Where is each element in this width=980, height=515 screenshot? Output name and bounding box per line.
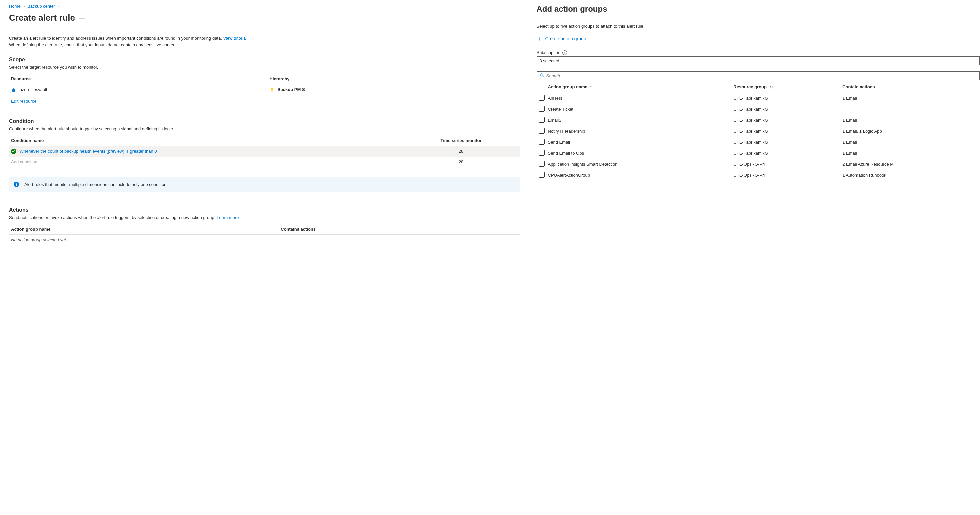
actions-sub: Send notifications or invoke actions whe… <box>9 215 520 220</box>
actions-empty-row: No action group selected yet <box>9 235 520 245</box>
actions-table: Action group name Contains actions No ac… <box>9 224 520 245</box>
actions-sub-text: Send notifications or invoke actions whe… <box>9 215 215 220</box>
sort-icon: ↑↓ <box>590 85 594 89</box>
ag-actions: 1 Automation Runbook <box>841 170 980 181</box>
checkbox[interactable] <box>539 117 545 123</box>
page-title-text: Create alert rule <box>9 13 75 23</box>
ag-col-name-text: Action group name <box>548 84 587 89</box>
main-pane: Home › Backup center › Create alert rule… <box>0 0 529 515</box>
intro-line1: Create an alert rule to identify and add… <box>9 36 222 41</box>
ag-name: Application Insights Smart Detection <box>547 159 732 170</box>
scope-table: Resource Hierarchy azurefilesvault <box>9 74 520 106</box>
action-group-row[interactable]: Create TicketCH1-FabrikamRG <box>537 104 980 114</box>
condition-col-ts: Time series monitor <box>402 135 520 146</box>
scope-resource-name: azurefilesvault <box>20 87 47 92</box>
condition-col-name: Condition name <box>9 135 402 146</box>
ag-col-rg[interactable]: Resource group ↑↓ <box>732 81 841 93</box>
actions-col-name: Action group name <box>9 224 278 235</box>
intro-text: Create an alert rule to identify and add… <box>9 35 520 48</box>
ag-actions <box>841 104 980 114</box>
condition-name-link[interactable]: Whenever the count of backup health even… <box>20 149 157 154</box>
ag-rg: CH1-FabrikamRG <box>732 148 841 159</box>
plus-icon: ＋ <box>537 35 542 43</box>
condition-heading: Condition <box>9 118 520 124</box>
breadcrumb-home[interactable]: Home <box>9 4 21 9</box>
checkbox[interactable] <box>539 128 545 134</box>
check-circle-icon <box>11 149 16 154</box>
action-group-row[interactable]: Send EmailCH1-FabrikamRG1 Email <box>537 137 980 148</box>
intro-line2: When defining the alert rule, check that… <box>9 42 178 47</box>
chevron-right-icon: › <box>58 4 59 9</box>
ag-rg: CH1-FabrikamRG <box>732 114 841 126</box>
ag-actions: 1 Email <box>841 93 980 104</box>
ag-col-actions: Contain actions <box>841 81 980 93</box>
ag-rg: CH1-FabrikamRG <box>732 126 841 137</box>
checkbox[interactable] <box>539 172 545 178</box>
key-icon <box>270 87 274 93</box>
create-action-group-button[interactable]: ＋ Create action group <box>537 35 586 43</box>
blade-subtitle: Select up to five action groups to attac… <box>537 24 980 29</box>
page-title: Create alert rule ⋯ <box>9 13 520 23</box>
ag-actions: 1 Email <box>841 137 980 148</box>
svg-rect-1 <box>271 89 272 92</box>
condition-info-box: Alert rules that monitor multiple dimens… <box>9 177 520 192</box>
ag-rg: CH1-OpsRG-Pri <box>732 159 841 170</box>
checkbox[interactable] <box>539 139 545 145</box>
search-box[interactable] <box>537 72 980 80</box>
ag-name: Create Ticket <box>547 104 732 114</box>
scope-col-resource: Resource <box>9 74 268 84</box>
info-bubble-icon[interactable]: i <box>562 50 567 55</box>
subscription-select[interactable]: 3 selected <box>537 56 980 65</box>
checkbox[interactable] <box>539 95 545 101</box>
scope-section: Scope Select the target resource you wis… <box>9 57 520 106</box>
ag-col-name[interactable]: Action group name ↑↓ <box>547 81 732 93</box>
action-group-row[interactable]: EmailSCH1-FabrikamRG1 Email <box>537 114 980 126</box>
actions-learn-more-link[interactable]: Learn more <box>217 215 239 220</box>
ag-rg: CH1-OpsRG-Pri <box>732 170 841 181</box>
breadcrumb: Home › Backup center › <box>9 4 520 9</box>
action-group-row[interactable]: Send Email to OpsCH1-FabrikamRG1 Email <box>537 148 980 159</box>
breadcrumb-backup-center[interactable]: Backup center <box>27 4 55 9</box>
create-action-group-label: Create action group <box>545 36 586 41</box>
checkbox[interactable] <box>539 149 545 156</box>
actions-heading: Actions <box>9 207 520 213</box>
info-icon <box>14 182 19 187</box>
ag-actions: 1 Email, 1 Logic App <box>841 126 980 137</box>
subscription-label-text: Subscription <box>537 50 561 55</box>
search-input[interactable] <box>546 73 977 78</box>
ag-name: AniTest <box>547 93 732 104</box>
actions-empty-text: No action group selected yet <box>11 237 66 242</box>
ag-rg: CH1-FabrikamRG <box>732 137 841 148</box>
action-group-row[interactable]: Application Insights Smart DetectionCH1-… <box>537 159 980 170</box>
add-condition-row[interactable]: Add condition 28 <box>9 157 520 167</box>
condition-table: Condition name Time series monitor Whene… <box>9 135 520 167</box>
actions-section: Actions Send notifications or invoke act… <box>9 207 520 245</box>
action-group-row[interactable]: Notify IT leadershipCH1-FabrikamRG1 Emai… <box>537 126 980 137</box>
checkbox[interactable] <box>539 161 545 167</box>
condition-row[interactable]: Whenever the count of backup health even… <box>9 146 520 157</box>
view-tutorial-link[interactable]: View tutorial + <box>223 36 250 41</box>
edit-resource-link[interactable]: Edit resource <box>11 99 37 104</box>
svg-rect-4 <box>16 184 17 186</box>
action-group-row[interactable]: CPUAlertActionGroupCH1-OpsRG-Pri1 Automa… <box>537 170 980 181</box>
subscription-value: 3 selected <box>540 58 559 64</box>
svg-point-6 <box>540 74 542 76</box>
add-condition-text: Add condition <box>11 159 37 164</box>
action-group-row[interactable]: AniTestCH1-FabrikamRG1 Email <box>537 93 980 104</box>
ag-name: Send Email <box>547 137 732 148</box>
search-icon <box>540 73 544 79</box>
ag-col-rg-text: Resource group <box>733 84 767 89</box>
condition-info-text: Alert rules that monitor multiple dimens… <box>24 182 168 187</box>
scope-row: azurefilesvault Backup PM S <box>9 84 520 95</box>
svg-point-5 <box>16 183 17 183</box>
condition-sub: Configure when the alert rule should tri… <box>9 126 520 131</box>
overflow-menu-icon[interactable]: ⋯ <box>79 14 86 22</box>
action-groups-table: Action group name ↑↓ Resource group ↑↓ C… <box>537 81 980 181</box>
ag-name: CPUAlertActionGroup <box>547 170 732 181</box>
checkbox[interactable] <box>539 106 545 112</box>
ag-name: Notify IT leadership <box>547 126 732 137</box>
ag-actions: 1 Email <box>841 148 980 159</box>
chevron-right-icon: › <box>23 4 25 9</box>
ag-name: EmailS <box>547 114 732 126</box>
sort-icon: ↑↓ <box>769 85 773 89</box>
